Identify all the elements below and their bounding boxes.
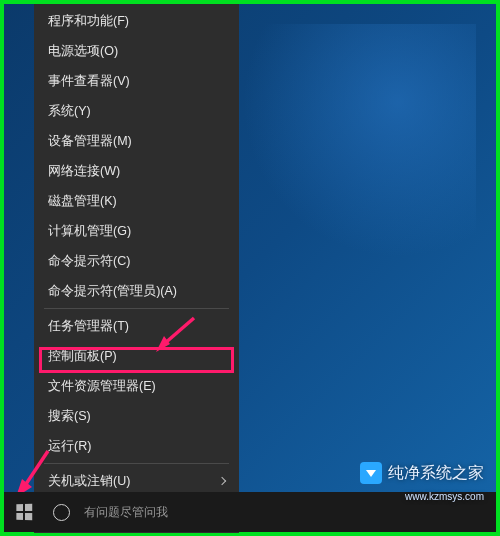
menu-label: 系统(Y) [48,103,91,120]
watermark-logo-icon [360,462,382,484]
menu-label: 命令提示符(管理员)(A) [48,283,177,300]
menu-label: 磁盘管理(K) [48,193,117,210]
desktop-screenshot: 程序和功能(F) 电源选项(O) 事件查看器(V) 系统(Y) 设备管理器(M)… [0,0,500,536]
start-button[interactable] [4,492,44,532]
menu-item-run[interactable]: 运行(R) [34,431,239,461]
menu-separator [44,463,229,464]
menu-item-control-panel[interactable]: 控制面板(P) [34,341,239,371]
menu-item-event-viewer[interactable]: 事件查看器(V) [34,66,239,96]
menu-label: 设备管理器(M) [48,133,132,150]
menu-label: 命令提示符(C) [48,253,130,270]
menu-label: 电源选项(O) [48,43,118,60]
menu-label: 关机或注销(U) [48,473,130,490]
menu-item-power-options[interactable]: 电源选项(O) [34,36,239,66]
cortana-hint-text[interactable]: 有问题尽管问我 [84,504,168,521]
winx-context-menu: 程序和功能(F) 电源选项(O) 事件查看器(V) 系统(Y) 设备管理器(M)… [34,4,239,533]
watermark-title: 纯净系统之家 [388,463,484,484]
menu-item-disk-management[interactable]: 磁盘管理(K) [34,186,239,216]
menu-item-task-manager[interactable]: 任务管理器(T) [34,311,239,341]
menu-separator [44,308,229,309]
submenu-arrow-icon [218,477,226,485]
menu-label: 程序和功能(F) [48,13,129,30]
menu-item-programs-features[interactable]: 程序和功能(F) [34,6,239,36]
menu-label: 运行(R) [48,438,91,455]
menu-label: 控制面板(P) [48,348,117,365]
menu-item-system[interactable]: 系统(Y) [34,96,239,126]
cortana-ring-icon [53,504,70,521]
menu-item-device-manager[interactable]: 设备管理器(M) [34,126,239,156]
menu-label: 任务管理器(T) [48,318,129,335]
menu-label: 文件资源管理器(E) [48,378,156,395]
windows-logo-icon [16,504,32,521]
watermark-url: www.kzmsys.com [405,491,484,502]
menu-label: 计算机管理(G) [48,223,131,240]
desktop-background-glow [216,24,476,284]
menu-label: 搜索(S) [48,408,91,425]
menu-item-computer-management[interactable]: 计算机管理(G) [34,216,239,246]
menu-item-command-prompt[interactable]: 命令提示符(C) [34,246,239,276]
cortana-button[interactable] [44,492,78,532]
menu-item-command-prompt-admin[interactable]: 命令提示符(管理员)(A) [34,276,239,306]
menu-item-network-connections[interactable]: 网络连接(W) [34,156,239,186]
watermark: 纯净系统之家 [360,462,484,484]
menu-label: 事件查看器(V) [48,73,130,90]
menu-item-search[interactable]: 搜索(S) [34,401,239,431]
menu-label: 网络连接(W) [48,163,120,180]
menu-item-file-explorer[interactable]: 文件资源管理器(E) [34,371,239,401]
